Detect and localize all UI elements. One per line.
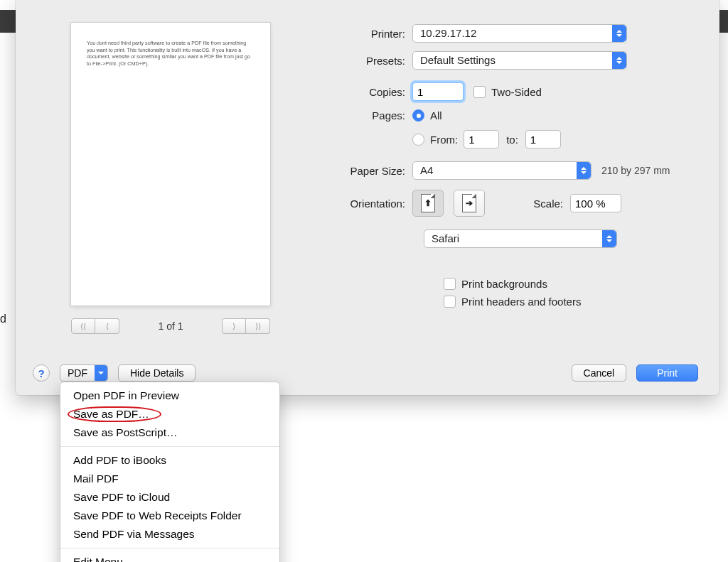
paper-size-select[interactable]: A4 <box>412 161 592 180</box>
pages-all-radio[interactable] <box>412 109 424 121</box>
preview-pager: ⟨⟨ ⟨ 1 of 1 ⟩ ⟩⟩ <box>71 318 270 334</box>
presets-label: Presets: <box>327 55 412 67</box>
printer-select[interactable]: 10.29.17.12 <box>412 24 627 43</box>
pdf-dropdown-label: PDF <box>60 367 95 379</box>
pager-first-button[interactable]: ⟨⟨ <box>71 318 95 334</box>
dialog-footer: ? PDF Hide Details Cancel Print <box>16 362 719 384</box>
select-arrows-icon <box>612 25 626 42</box>
print-headers-checkbox[interactable] <box>444 296 456 308</box>
pages-from-label: From: <box>430 134 458 146</box>
pages-label: Pages: <box>327 109 412 121</box>
select-arrows-icon <box>602 230 616 247</box>
select-arrows-icon <box>612 52 626 69</box>
printer-value: 10.29.17.12 <box>420 27 476 39</box>
landscape-icon: ➔ <box>462 194 476 212</box>
page-indicator: 1 of 1 <box>125 320 216 332</box>
paper-dimensions: 210 by 297 mm <box>601 165 670 176</box>
menu-separator <box>60 446 279 447</box>
app-settings-select[interactable]: Safari <box>424 229 617 248</box>
pager-last-button[interactable]: ⟩⟩ <box>246 318 270 334</box>
scale-label: Scale: <box>513 198 563 210</box>
portrait-icon: ⬆ <box>421 194 435 212</box>
print-button[interactable]: Print <box>636 364 698 382</box>
pdf-menu-send-messages[interactable]: Send PDF via Messages <box>60 525 279 544</box>
preview-body-text: You dont need third party software to cr… <box>87 40 255 67</box>
print-backgrounds-label: Print backgrounds <box>461 278 547 290</box>
pdf-menu-edit-menu[interactable]: Edit Menu… <box>60 553 279 562</box>
pdf-menu-web-receipts[interactable]: Save PDF to Web Receipts Folder <box>60 507 279 525</box>
pdf-menu-mail-pdf[interactable]: Mail PDF <box>60 470 279 488</box>
pdf-menu-save-to-icloud[interactable]: Save PDF to iCloud <box>60 488 279 507</box>
pdf-menu-save-as-postscript[interactable]: Save as PostScript… <box>60 423 279 442</box>
orientation-landscape-button[interactable]: ➔ <box>454 190 485 217</box>
print-backgrounds-checkbox[interactable] <box>444 278 456 290</box>
two-sided-checkbox[interactable] <box>473 86 486 98</box>
scale-input[interactable] <box>570 194 621 212</box>
pages-from-input[interactable] <box>464 130 499 148</box>
hide-details-button[interactable]: Hide Details <box>118 364 196 382</box>
pages-all-label: All <box>430 109 442 121</box>
orientation-label: Orientation: <box>327 198 412 210</box>
pdf-dropdown-button[interactable]: PDF <box>60 364 108 382</box>
pages-from-radio[interactable] <box>412 134 424 146</box>
print-dialog: You dont need third party software to cr… <box>16 0 719 395</box>
preview-pane: You dont need third party software to cr… <box>71 23 270 334</box>
paper-size-label: Paper Size: <box>327 165 412 177</box>
chevron-down-icon <box>95 365 107 381</box>
pages-to-label: to: <box>506 134 518 146</box>
background-text-fragment: d <box>0 313 6 325</box>
paper-size-value: A4 <box>420 164 433 176</box>
orientation-portrait-button[interactable]: ⬆ <box>412 190 444 217</box>
copies-input[interactable] <box>412 82 464 101</box>
menu-separator <box>60 548 279 549</box>
two-sided-label: Two-Sided <box>491 86 542 98</box>
print-headers-label: Print headers and footers <box>461 296 581 308</box>
settings-panel: Printer: 10.29.17.12 Presets: Default Se… <box>327 24 691 313</box>
pages-to-input[interactable] <box>525 130 561 148</box>
cancel-button[interactable]: Cancel <box>572 364 627 382</box>
pdf-menu-add-to-ibooks[interactable]: Add PDF to iBooks <box>60 451 279 470</box>
presets-select[interactable]: Default Settings <box>412 51 627 70</box>
pager-prev-button[interactable]: ⟨ <box>95 318 119 334</box>
help-button[interactable]: ? <box>33 364 50 382</box>
printer-label: Printer: <box>327 28 412 40</box>
pager-next-button[interactable]: ⟩ <box>222 318 246 334</box>
pdf-dropdown-menu: Open PDF in Preview Save as PDF… Save as… <box>60 382 280 562</box>
select-arrows-icon <box>577 162 591 179</box>
app-settings-value: Safari <box>432 232 459 244</box>
presets-value: Default Settings <box>420 54 496 66</box>
copies-label: Copies: <box>327 86 412 98</box>
pdf-menu-open-preview[interactable]: Open PDF in Preview <box>60 387 279 405</box>
preview-page: You dont need third party software to cr… <box>71 23 270 306</box>
pdf-menu-save-as-pdf[interactable]: Save as PDF… <box>60 405 279 423</box>
pdf-menu-save-as-pdf-label: Save as PDF… <box>73 408 149 420</box>
